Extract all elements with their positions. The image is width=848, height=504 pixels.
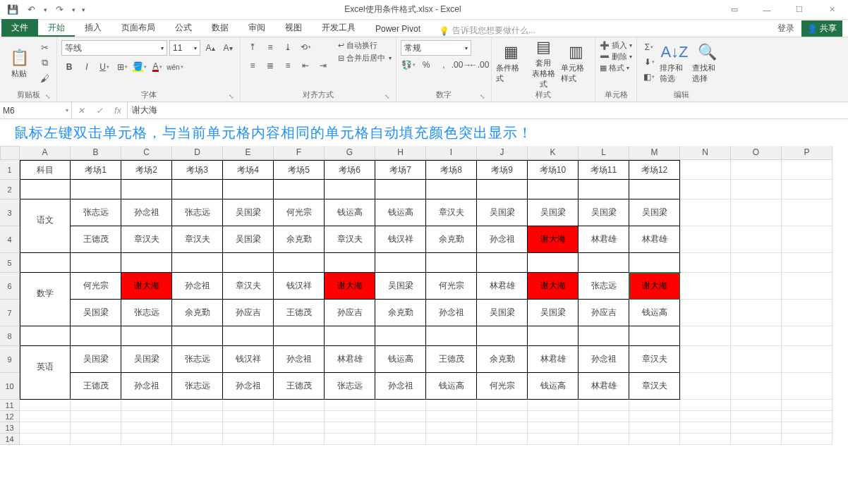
cell[interactable] (274, 253, 325, 273)
cell[interactable]: 谢大海 (325, 273, 375, 300)
cell[interactable] (223, 411, 274, 422)
row-header[interactable]: 3 (0, 199, 20, 226)
cell[interactable]: 何光宗 (71, 273, 121, 300)
cell[interactable] (782, 226, 832, 253)
cell[interactable]: 吴国梁 (223, 199, 274, 226)
cell[interactable] (629, 400, 680, 411)
cell[interactable]: 考场3 (172, 160, 223, 180)
align-top-button[interactable]: ⤒ (245, 40, 260, 54)
dialog-launcher-icon[interactable]: ⤡ (480, 93, 485, 100)
close-button[interactable]: ✕ (816, 0, 848, 20)
align-bottom-button[interactable]: ⤓ (280, 40, 296, 54)
cell[interactable] (782, 253, 832, 273)
grow-font-button[interactable]: A▴ (202, 41, 218, 55)
cell[interactable] (172, 400, 223, 411)
column-header[interactable]: D (172, 146, 223, 160)
dialog-launcher-icon[interactable]: ⤡ (384, 93, 390, 100)
cell[interactable]: 吴国梁 (528, 199, 579, 226)
delete-cells-button[interactable]: ➖删除▾ (600, 51, 632, 62)
cell[interactable]: 钱汉祥 (375, 226, 426, 253)
cell[interactable]: 林君雄 (579, 226, 629, 253)
row-header[interactable]: 4 (0, 226, 20, 253)
row-header[interactable]: 9 (0, 346, 20, 373)
cell[interactable]: 考场5 (274, 160, 325, 180)
cell[interactable] (274, 400, 325, 411)
cell[interactable] (528, 400, 579, 411)
cell[interactable] (477, 180, 528, 199)
row-header[interactable]: 7 (0, 300, 20, 326)
cell[interactable]: 孙念祖 (121, 373, 172, 400)
cell[interactable] (680, 253, 731, 273)
cell[interactable] (579, 434, 629, 445)
cell[interactable]: 钱运高 (426, 373, 477, 400)
cell[interactable] (782, 199, 832, 226)
cell[interactable]: 章汉夫 (223, 273, 274, 300)
cell[interactable] (71, 400, 121, 411)
cell[interactable]: 孙念祖 (579, 346, 629, 373)
cell[interactable] (121, 180, 172, 199)
currency-button[interactable]: 💱 (401, 58, 416, 72)
confirm-entry-button[interactable]: ✓ (90, 103, 109, 118)
cell[interactable] (731, 300, 782, 326)
column-header[interactable]: L (579, 146, 629, 160)
cell[interactable] (375, 411, 426, 422)
cell[interactable] (680, 300, 731, 326)
cell[interactable]: 孙念祖 (375, 373, 426, 400)
number-format-combo[interactable]: 常规▾ (401, 40, 471, 56)
cell[interactable]: 吴国梁 (528, 300, 579, 326)
cell[interactable] (375, 434, 426, 445)
cell[interactable] (426, 422, 477, 434)
cell[interactable]: 吴国梁 (477, 199, 528, 226)
cell[interactable] (426, 411, 477, 422)
cell[interactable] (20, 373, 71, 400)
cell[interactable] (426, 400, 477, 411)
column-header[interactable]: J (477, 146, 528, 160)
cell[interactable] (121, 253, 172, 273)
cell[interactable]: 钱运高 (528, 373, 579, 400)
cell[interactable] (680, 434, 731, 445)
cell[interactable] (680, 422, 731, 434)
cell[interactable] (325, 253, 375, 273)
column-header[interactable]: H (375, 146, 426, 160)
cell[interactable] (731, 434, 782, 445)
cell[interactable]: 孙念祖 (426, 300, 477, 326)
cell[interactable]: 吴国梁 (375, 273, 426, 300)
cell[interactable] (121, 434, 172, 445)
cell[interactable] (680, 199, 731, 226)
cell[interactable] (782, 346, 832, 373)
cell[interactable] (375, 326, 426, 346)
cell[interactable] (426, 180, 477, 199)
formula-bar[interactable]: 谢大海 (128, 102, 848, 118)
select-all-corner[interactable] (0, 146, 20, 160)
cell[interactable]: 吴国梁 (223, 226, 274, 253)
cell[interactable]: 考场10 (528, 160, 579, 180)
decrease-decimal-button[interactable]: ←.00 (471, 58, 487, 72)
cell[interactable] (731, 226, 782, 253)
cell[interactable]: 章汉夫 (426, 199, 477, 226)
underline-button[interactable]: U (97, 60, 112, 74)
cell[interactable]: 林君雄 (579, 373, 629, 400)
cell[interactable]: 吴国梁 (579, 199, 629, 226)
copy-button[interactable]: ⧉ (37, 56, 52, 70)
align-left-button[interactable]: ≡ (245, 59, 260, 73)
cell[interactable] (172, 411, 223, 422)
column-header[interactable]: K (528, 146, 579, 160)
cell[interactable] (20, 400, 71, 411)
cell[interactable] (629, 253, 680, 273)
cell[interactable] (782, 373, 832, 400)
wrap-text-button[interactable]: ↩自动换行 (338, 40, 392, 51)
column-header[interactable]: O (731, 146, 782, 160)
cell[interactable]: 考场7 (375, 160, 426, 180)
cell[interactable] (680, 373, 731, 400)
cell[interactable] (71, 434, 121, 445)
tell-me[interactable]: 💡 告诉我您想要做什么... (439, 25, 535, 37)
cell[interactable] (375, 180, 426, 199)
cell[interactable] (680, 273, 731, 300)
bold-button[interactable]: B (61, 60, 77, 74)
cell[interactable]: 林君雄 (477, 273, 528, 300)
cell[interactable] (274, 434, 325, 445)
cell[interactable] (274, 326, 325, 346)
row-header[interactable]: 2 (0, 180, 20, 199)
cell[interactable] (172, 422, 223, 434)
cell[interactable] (782, 434, 832, 445)
